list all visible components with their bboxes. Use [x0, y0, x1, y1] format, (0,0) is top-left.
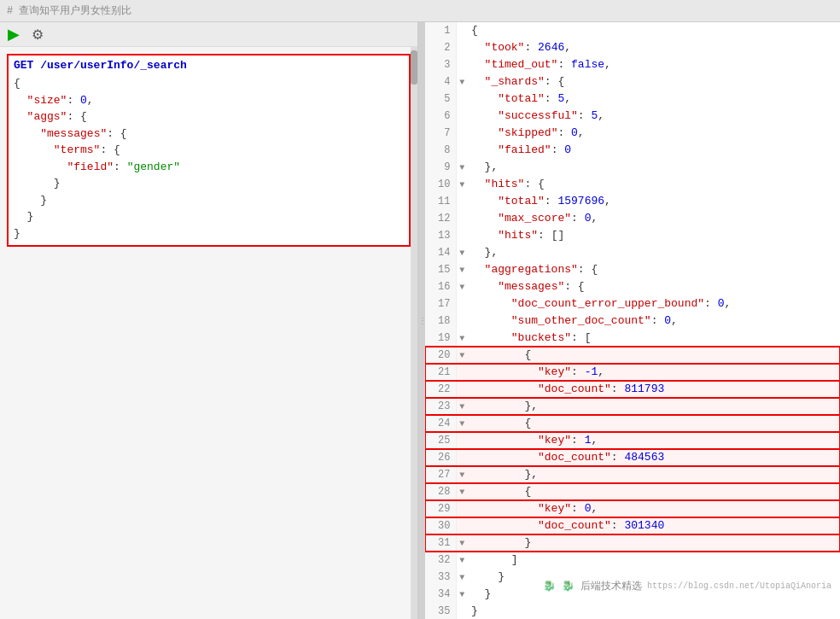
line-content: "doc_count": 301340 [468, 517, 840, 534]
fold-toggle[interactable]: ▼ [456, 586, 468, 603]
line-number: 9 [425, 159, 456, 176]
settings-button[interactable] [27, 24, 48, 44]
fold-toggle[interactable]: ▼ [456, 347, 468, 364]
fold-toggle[interactable]: ▼ [456, 244, 468, 261]
line-content: }, [468, 398, 840, 415]
line-content: }, [468, 159, 840, 176]
line-content: "successful": 5, [468, 108, 840, 125]
table-row: 21 "key": -1, [425, 364, 840, 381]
line-number: 8 [425, 142, 456, 159]
fold-toggle [456, 227, 468, 244]
line-number: 26 [425, 449, 456, 466]
line-content: "max_score": 0, [468, 210, 840, 227]
fold-toggle [456, 295, 468, 312]
table-row: 10▼ "hits": { [425, 176, 840, 193]
fold-toggle[interactable]: ▼ [456, 330, 468, 347]
line-content: }, [468, 244, 840, 261]
table-row: 4▼ "_shards": { [425, 73, 840, 91]
line-content: "doc_count": 484563 [468, 449, 840, 466]
line-number: 35 [425, 603, 456, 619]
fold-toggle [456, 91, 468, 108]
line-number: 13 [425, 227, 456, 244]
line-number: 15 [425, 261, 456, 278]
line-number: 31 [425, 534, 456, 552]
line-content: ] [468, 552, 840, 569]
line-number: 6 [425, 108, 456, 125]
table-row: 9▼ }, [425, 159, 840, 176]
line-content: "_shards": { [468, 73, 840, 91]
line-number: 28 [425, 483, 456, 500]
watermark-url: https://blog.csdn.net/UtopiaQiAnoria [647, 581, 831, 591]
fold-toggle[interactable]: ▼ [456, 415, 468, 432]
left-panel: GET /user/userInfo/_search { "size": 0, … [0, 22, 418, 619]
line-content: "skipped": 0, [468, 125, 840, 142]
line-content: "doc_count": 811793 [468, 381, 840, 398]
table-row: 19▼ "buckets": [ [425, 330, 840, 347]
table-row: 1{ [425, 22, 840, 39]
line-number: 5 [425, 91, 456, 108]
fold-toggle[interactable]: ▼ [456, 261, 468, 278]
table-row: 6 "successful": 5, [425, 108, 840, 125]
play-button[interactable] [3, 24, 24, 44]
table-row: 35} [425, 603, 840, 619]
line-content: "key": 0, [468, 500, 840, 517]
table-row: 18 "sum_other_doc_count": 0, [425, 312, 840, 330]
line-content: "failed": 0 [468, 142, 840, 159]
line-number: 24 [425, 415, 456, 432]
line-number: 17 [425, 295, 456, 312]
line-number: 10 [425, 176, 456, 193]
left-scrollbar[interactable] [411, 47, 417, 619]
table-row: 24▼ { [425, 415, 840, 432]
line-content: "doc_count_error_upper_bound": 0, [468, 295, 840, 312]
line-content: "messages": { [468, 278, 840, 295]
table-row: 2 "took": 2646, [425, 39, 840, 56]
line-content: "buckets": [ [468, 330, 840, 347]
table-row: 8 "failed": 0 [425, 142, 840, 159]
divider-dots: ⋮ [418, 316, 425, 326]
line-number: 19 [425, 330, 456, 347]
table-row: 12 "max_score": 0, [425, 210, 840, 227]
fold-toggle [456, 432, 468, 449]
line-content: }, [468, 466, 840, 483]
fold-toggle [456, 56, 468, 73]
line-content: "sum_other_doc_count": 0, [468, 312, 840, 330]
line-content: "total": 5, [468, 91, 840, 108]
fold-toggle[interactable]: ▼ [456, 176, 468, 193]
line-content: "aggregations": { [468, 261, 840, 278]
fold-toggle[interactable]: ▼ [456, 569, 468, 586]
line-content: "took": 2646, [468, 39, 840, 56]
fold-toggle [456, 517, 468, 534]
line-number: 4 [425, 73, 456, 91]
line-content: } [468, 534, 840, 552]
line-number: 7 [425, 125, 456, 142]
table-row: 29 "key": 0, [425, 500, 840, 517]
query-body: { "size": 0, "aggs": { "messages": { "te… [14, 75, 404, 242]
table-row: 27▼ }, [425, 466, 840, 483]
fold-toggle[interactable]: ▼ [456, 73, 468, 91]
fold-toggle[interactable]: ▼ [456, 534, 468, 552]
table-row: 23▼ }, [425, 398, 840, 415]
table-row: 14▼ }, [425, 244, 840, 261]
line-number: 22 [425, 381, 456, 398]
line-number: 25 [425, 432, 456, 449]
fold-toggle[interactable]: ▼ [456, 466, 468, 483]
line-content: "key": -1, [468, 364, 840, 381]
json-output: 1{2 "took": 2646,3 "timed_out": false,4▼… [425, 22, 840, 619]
line-content: { [468, 415, 840, 432]
panel-divider[interactable]: ⋮ [418, 22, 425, 619]
line-content: { [468, 347, 840, 364]
line-number: 23 [425, 398, 456, 415]
fold-toggle[interactable]: ▼ [456, 278, 468, 295]
line-number: 14 [425, 244, 456, 261]
table-row: 22 "doc_count": 811793 [425, 381, 840, 398]
fold-toggle[interactable]: ▼ [456, 398, 468, 415]
fold-toggle[interactable]: ▼ [456, 552, 468, 569]
table-row: 32▼ ] [425, 552, 840, 569]
right-panel: 1{2 "took": 2646,3 "timed_out": false,4▼… [425, 22, 840, 619]
table-row: 26 "doc_count": 484563 [425, 449, 840, 466]
table-row: 16▼ "messages": { [425, 278, 840, 295]
fold-toggle[interactable]: ▼ [456, 483, 468, 500]
fold-toggle [456, 210, 468, 227]
left-toolbar [0, 22, 417, 47]
fold-toggle[interactable]: ▼ [456, 159, 468, 176]
